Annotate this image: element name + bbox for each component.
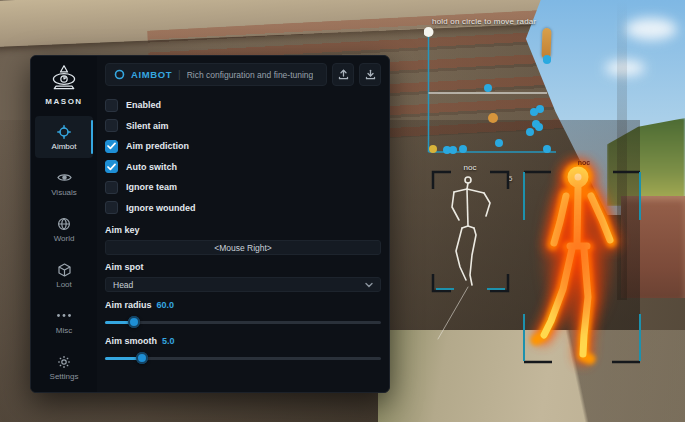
checkbox-ignore-wounded[interactable] xyxy=(105,201,118,214)
toggle-label: Ignore wounded xyxy=(126,203,196,213)
sidebar-item-misc[interactable]: Misc xyxy=(35,300,93,342)
radar-dot-blue xyxy=(449,146,457,154)
brand-name: MASON xyxy=(45,97,82,106)
toggle-ignore-wounded[interactable]: Ignore wounded xyxy=(105,198,381,219)
eye-icon xyxy=(56,170,72,186)
aim-smooth-label: Aim smooth xyxy=(105,336,157,346)
aim-spot-selected-value: Head xyxy=(113,280,133,290)
upload-icon xyxy=(338,69,349,80)
cloud xyxy=(625,18,677,40)
radar-entity-dots xyxy=(429,56,551,154)
aim-key-label: Aim key xyxy=(105,225,381,235)
aim-radius-block: Aim radius 60.0 xyxy=(105,300,381,328)
radar-dot-yellow xyxy=(429,145,437,153)
ellipsis-icon xyxy=(56,308,72,324)
sidebar-item-label: Loot xyxy=(56,280,72,289)
aim-radius-label: Aim radius xyxy=(105,300,152,310)
sidebar-item-world[interactable]: World xyxy=(35,208,93,250)
sidebar-item-loot[interactable]: Loot xyxy=(35,254,93,296)
sidebar-item-aimbot[interactable]: Aimbot xyxy=(35,116,93,158)
masonic-eye-logo xyxy=(44,64,84,94)
radar-dot-blue xyxy=(459,145,467,153)
radar-dot-blue xyxy=(484,84,492,92)
checkbox-enabled[interactable] xyxy=(105,99,118,112)
checkbox-auto-switch[interactable] xyxy=(105,160,118,173)
game-screen: hold on circle to move radar noc 5 xyxy=(0,0,685,422)
panel-header: AIMBOT | Rich configuration and fine-tun… xyxy=(105,63,381,86)
aim-spot-label: Aim spot xyxy=(105,262,381,272)
toggle-ignore-team[interactable]: Ignore team xyxy=(105,177,381,198)
aim-radius-slider[interactable] xyxy=(105,316,381,328)
sidebar-item-label: Visuals xyxy=(51,188,77,197)
upload-config-button[interactable] xyxy=(332,63,354,86)
skeleton-bones xyxy=(438,177,490,339)
toggle-label: Enabled xyxy=(126,100,161,110)
aim-smooth-value: 5.0 xyxy=(162,336,175,346)
toggle-aim-prediction[interactable]: Aim prediction xyxy=(105,136,381,157)
chevron-down-icon xyxy=(365,282,373,288)
menu-sidebar: MASON AimbotVisualsWorldLootMiscSettings xyxy=(31,56,97,392)
cheat-menu-window: MASON AimbotVisualsWorldLootMiscSettings… xyxy=(30,55,390,393)
target-name-tag: noc xyxy=(562,159,606,166)
panel-title: AIMBOT xyxy=(131,69,172,80)
panel-header-pill: AIMBOT | Rich configuration and fine-tun… xyxy=(105,63,327,86)
sidebar-item-label: World xyxy=(54,234,75,243)
checkbox-ignore-team[interactable] xyxy=(105,181,118,194)
target-esp-brackets xyxy=(510,150,660,385)
toggle-label: Silent aim xyxy=(126,121,169,131)
menu-main-panel: AIMBOT | Rich configuration and fine-tun… xyxy=(97,56,389,392)
slider-handle[interactable] xyxy=(128,316,140,328)
checkbox-silent-aim[interactable] xyxy=(105,119,118,132)
sidebar-item-settings[interactable]: Settings xyxy=(35,346,93,388)
sidebar-item-label: Aimbot xyxy=(52,142,77,151)
aim-smooth-slider[interactable] xyxy=(105,352,381,364)
sidebar-nav: AimbotVisualsWorldLootMiscSettings xyxy=(31,116,97,392)
aim-smooth-block: Aim smooth 5.0 xyxy=(105,336,381,364)
target-icon xyxy=(114,69,125,80)
aim-key-bind-button[interactable]: <Mouse Right> xyxy=(105,240,381,255)
radar-dot-orange xyxy=(488,113,498,123)
globe-icon xyxy=(56,216,72,232)
gear-icon xyxy=(56,354,72,370)
radar-dot-blue xyxy=(495,139,503,147)
radar-dot-blue xyxy=(535,123,543,131)
crosshair-icon xyxy=(56,124,72,140)
aim-radius-value: 60.0 xyxy=(157,300,175,310)
toggle-silent-aim[interactable]: Silent aim xyxy=(105,116,381,137)
toggle-enabled[interactable]: Enabled xyxy=(105,95,381,116)
toggle-auto-switch[interactable]: Auto switch xyxy=(105,157,381,178)
radar-dot-blue xyxy=(526,128,534,136)
slider-track[interactable] xyxy=(105,321,381,324)
slider-handle[interactable] xyxy=(136,352,148,364)
download-config-button[interactable] xyxy=(359,63,381,86)
player-target-esp: noc xyxy=(510,150,660,385)
toggle-label: Aim prediction xyxy=(126,141,189,151)
header-separator: | xyxy=(178,69,181,80)
sidebar-item-label: Misc xyxy=(56,326,72,335)
checkbox-aim-prediction[interactable] xyxy=(105,140,118,153)
panel-subtitle: Rich configuration and fine-tuning xyxy=(187,70,314,80)
sidebar-item-label: Settings xyxy=(50,372,79,381)
cube-icon xyxy=(56,262,72,278)
aim-spot-select[interactable]: Head xyxy=(105,277,381,292)
download-icon xyxy=(365,69,376,80)
radar-dot-blue xyxy=(536,105,544,113)
skeleton-esp: noc 5 xyxy=(430,163,516,363)
radar-drag-handle[interactable] xyxy=(424,27,434,37)
toggle-label: Ignore team xyxy=(126,182,177,192)
toggle-label: Auto switch xyxy=(126,162,177,172)
toggle-list: EnabledSilent aimAim predictionAuto swit… xyxy=(105,95,381,218)
sidebar-item-visuals[interactable]: Visuals xyxy=(35,162,93,204)
offscreen-target-dot xyxy=(543,55,551,63)
